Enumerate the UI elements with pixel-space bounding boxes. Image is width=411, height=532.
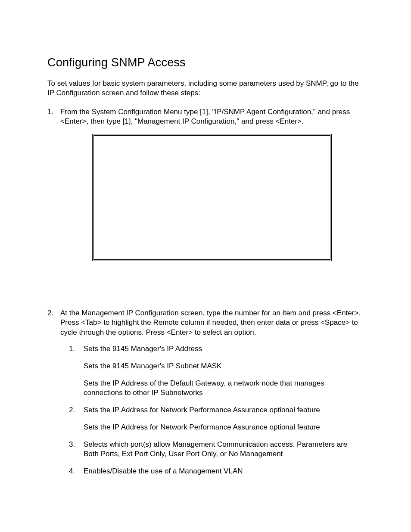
page-title: Configuring SNMP Access xyxy=(47,56,364,69)
step-2-sublist: Sets the 9145 Manager's IP Address Sets … xyxy=(69,344,364,476)
substep-2: Sets the IP Address for Network Performa… xyxy=(69,405,364,432)
step-2: At the Management IP Configuration scree… xyxy=(47,308,364,476)
substep-3-desc-1: Selects which port(s) allow Management C… xyxy=(84,440,364,459)
substep-1-desc-3: Sets the IP Address of the Default Gatew… xyxy=(84,379,364,398)
substep-2-desc-2: Sets the IP Address for Network Performa… xyxy=(84,423,364,432)
substep-2-desc-1: Sets the IP Address for Network Performa… xyxy=(84,405,364,415)
steps-list: From the System Configuration Menu type … xyxy=(47,107,364,476)
step-1-text: From the System Configuration Menu type … xyxy=(60,108,350,125)
substep-4: Enables/Disable the use of a Management … xyxy=(69,467,364,476)
intro-paragraph: To set values for basic system parameter… xyxy=(47,79,364,98)
step-1: From the System Configuration Menu type … xyxy=(47,107,364,300)
substep-1-desc-1: Sets the 9145 Manager's IP Address xyxy=(84,344,364,354)
substep-3: Selects which port(s) allow Management C… xyxy=(69,440,364,459)
document-page: Configuring SNMP Access To set values fo… xyxy=(0,0,411,532)
step-2-text: At the Management IP Configuration scree… xyxy=(60,309,361,336)
substep-4-desc-1: Enables/Disable the use of a Management … xyxy=(84,467,364,476)
substep-1: Sets the 9145 Manager's IP Address Sets … xyxy=(69,344,364,398)
screenshot-placeholder xyxy=(92,134,332,261)
substep-1-desc-2: Sets the 9145 Manager's IP Subnet MASK xyxy=(84,361,364,371)
